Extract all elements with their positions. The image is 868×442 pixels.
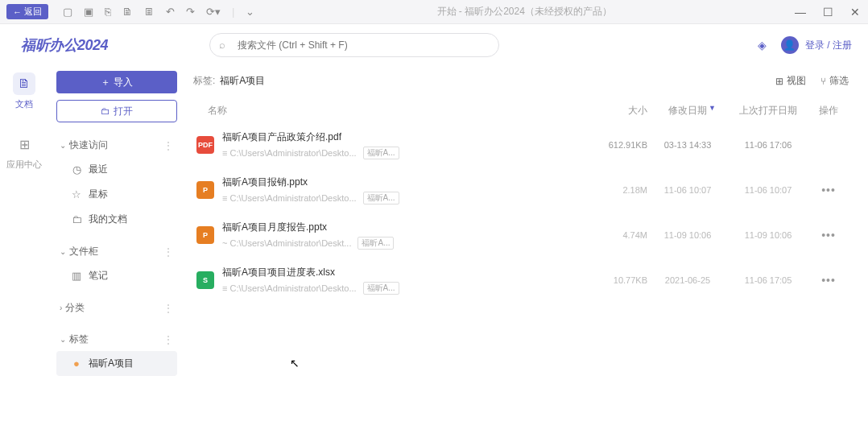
sidebar: ＋导入 🗀打开 ⌄ 快速访问 ⋮ ◷ 最近 ☆ 星标 🗀 我的文档: [48, 66, 185, 442]
back-button[interactable]: ← 返回: [6, 4, 48, 19]
premium-icon[interactable]: ◈: [758, 39, 767, 52]
xls-file-icon: S: [196, 271, 214, 289]
file-tag-chip[interactable]: 福昕A...: [363, 192, 399, 204]
titlebar: ← 返回 ▢ ▣ ⎘ 🗎 🗏 ↶ ↷ ⟳▾ | ⌄ 开始 - 福昕办公2024（…: [0, 0, 868, 24]
sidebar-item-star[interactable]: ☆ 星标: [56, 182, 177, 207]
search-input[interactable]: [209, 33, 499, 57]
breadcrumb-label: 标签:: [193, 74, 215, 88]
user-login-link[interactable]: 👤 登录 / 注册: [781, 36, 852, 54]
new-doc-icon[interactable]: 🗎: [122, 6, 133, 18]
file-tag-chip[interactable]: 福昕A...: [363, 282, 399, 295]
window-title: 开始 - 福昕办公2024（未经授权的产品）: [254, 5, 794, 19]
folder-icon: 🗀: [101, 105, 110, 117]
file-size: 4.74M: [591, 230, 647, 240]
more-icon[interactable]: ⋮: [163, 139, 174, 152]
file-name: 福昕A项目报销.pptx: [222, 176, 591, 189]
maximize-icon[interactable]: ☐: [821, 6, 834, 19]
open-button[interactable]: 🗀打开: [56, 100, 177, 122]
file-size: 2.18M: [591, 185, 647, 195]
file-path: ≡ C:\Users\Administrator\Deskto...: [222, 283, 357, 293]
col-name[interactable]: 名称: [193, 104, 591, 118]
more-icon[interactable]: ⋮: [163, 333, 174, 346]
titlebar-toolbar: ▢ ▣ ⎘ 🗎 🗏 ↶ ↷ ⟳▾ | ⌄: [63, 6, 254, 18]
search-icon: ⌕: [219, 39, 225, 51]
content: 标签: 福昕A项目 ⊞视图 ⑂筛选 名称 大小 修改日期▼ 上次打开日期 操作 …: [185, 66, 868, 442]
plus-icon: ＋: [101, 76, 110, 89]
rail-label-docs: 文档: [15, 98, 33, 110]
file-size: 10.77KB: [591, 275, 647, 285]
sort-desc-icon: ▼: [709, 104, 716, 112]
file-name: 福昕A项目产品政策介绍.pdf: [222, 130, 591, 144]
table-header: 名称 大小 修改日期▼ 上次打开日期 操作: [193, 99, 849, 122]
file-row[interactable]: P福昕A项目月度报告.pptx~ C:\Users\Administrator\…: [193, 213, 849, 258]
file-meta: 福昕A项目产品政策介绍.pdf≡ C:\Users\Administrator\…: [222, 130, 591, 159]
file-last-opened: 11-06 10:07: [728, 185, 808, 195]
grid-icon: ⊞: [775, 76, 783, 87]
chevron-down-icon: ⌄: [60, 141, 66, 150]
file-tag-chip[interactable]: 福昕A...: [358, 237, 394, 250]
file-meta: 福昕A项目报销.pptx≡ C:\Users\Administrator\Des…: [222, 176, 591, 204]
file-row[interactable]: S福昕A项目项目进度表.xlsx≡ C:\Users\Administrator…: [193, 258, 849, 303]
section-tags[interactable]: ⌄ 标签 ⋮: [56, 328, 177, 351]
file-size: 612.91KB: [591, 140, 647, 150]
document-icon: 🗎: [13, 72, 35, 95]
breadcrumb-value: 福昕A项目: [220, 74, 265, 88]
row-more-icon[interactable]: •••: [808, 184, 849, 196]
import-button[interactable]: ＋导入: [56, 71, 177, 93]
file-last-opened: 11-09 10:06: [728, 230, 808, 240]
file-name: 福昕A项目项目进度表.xlsx: [222, 266, 591, 279]
chevron-down-icon: ⌄: [60, 335, 66, 344]
sidebar-tag-project-a[interactable]: ● 福昕A项目: [56, 351, 177, 376]
file-row[interactable]: PDF福昕A项目产品政策介绍.pdf≡ C:\Users\Administrat…: [193, 122, 849, 167]
rail-item-docs[interactable]: 🗎 文档: [13, 72, 35, 110]
sidebar-item-recent[interactable]: ◷ 最近: [56, 157, 177, 182]
col-last-opened[interactable]: 上次打开日期: [728, 104, 808, 118]
undo-icon[interactable]: ↶: [166, 6, 175, 18]
tag-dot-icon: ●: [71, 357, 82, 370]
search-wrap: ⌕: [209, 33, 499, 57]
back-label: 返回: [24, 6, 42, 18]
file-modified: 03-13 14:33: [647, 140, 728, 150]
rail-item-apps[interactable]: ⊞ 应用中心: [6, 133, 42, 171]
folder-open-icon[interactable]: ▢: [63, 6, 72, 18]
chevron-right-icon: ›: [60, 304, 62, 312]
view-toggle[interactable]: ⊞视图: [775, 74, 806, 88]
file-last-opened: 11-06 17:05: [728, 275, 808, 285]
minimize-icon[interactable]: —: [794, 6, 807, 19]
back-arrow-icon: ←: [13, 7, 22, 17]
close-icon[interactable]: ✕: [849, 6, 862, 19]
row-more-icon[interactable]: •••: [808, 229, 849, 242]
filter-toggle[interactable]: ⑂筛选: [820, 74, 849, 88]
pdf-file-icon: PDF: [196, 136, 214, 154]
chevron-down-icon: ⌄: [60, 247, 66, 256]
file-tag-chip[interactable]: 福昕A...: [363, 147, 399, 159]
save-icon[interactable]: ▣: [84, 6, 93, 18]
file-modified: 2021-06-25: [647, 275, 728, 285]
export-icon[interactable]: 🗏: [144, 6, 155, 18]
file-row[interactable]: P福昕A项目报销.pptx≡ C:\Users\Administrator\De…: [193, 167, 849, 213]
section-category[interactable]: › 分类 ⋮: [56, 296, 177, 320]
journal-icon: ▥: [71, 270, 82, 282]
file-name: 福昕A项目月度报告.pptx: [222, 221, 591, 234]
col-modified[interactable]: 修改日期▼: [647, 104, 728, 118]
sidebar-item-mydocs[interactable]: 🗀 我的文档: [56, 207, 177, 232]
more-icon[interactable]: ⋮: [163, 246, 174, 258]
nav-rail: 🗎 文档 ⊞ 应用中心: [0, 66, 48, 442]
sidebar-item-journal[interactable]: ▥ 笔记: [56, 263, 177, 288]
file-path: ~ C:\Users\Administrator\Deskt...: [222, 238, 351, 248]
file-modified: 11-06 10:07: [647, 185, 728, 195]
mydocs-icon: 🗀: [71, 213, 82, 225]
section-quick-access[interactable]: ⌄ 快速访问 ⋮: [56, 134, 177, 157]
section-filebox[interactable]: ⌄ 文件柜 ⋮: [56, 240, 177, 263]
file-modified: 11-09 10:06: [647, 230, 728, 240]
login-label: 登录 / 注册: [805, 39, 852, 52]
history-icon[interactable]: ⟳▾: [206, 6, 221, 18]
file-list: PDF福昕A项目产品政策介绍.pdf≡ C:\Users\Administrat…: [193, 122, 849, 303]
file-path: ≡ C:\Users\Administrator\Deskto...: [222, 148, 357, 158]
redo-icon[interactable]: ↷: [186, 6, 195, 18]
dropdown-icon[interactable]: ⌄: [246, 6, 254, 18]
col-size[interactable]: 大小: [591, 104, 647, 118]
more-icon[interactable]: ⋮: [163, 302, 174, 315]
save-as-icon[interactable]: ⎘: [105, 6, 111, 18]
row-more-icon[interactable]: •••: [808, 274, 849, 287]
